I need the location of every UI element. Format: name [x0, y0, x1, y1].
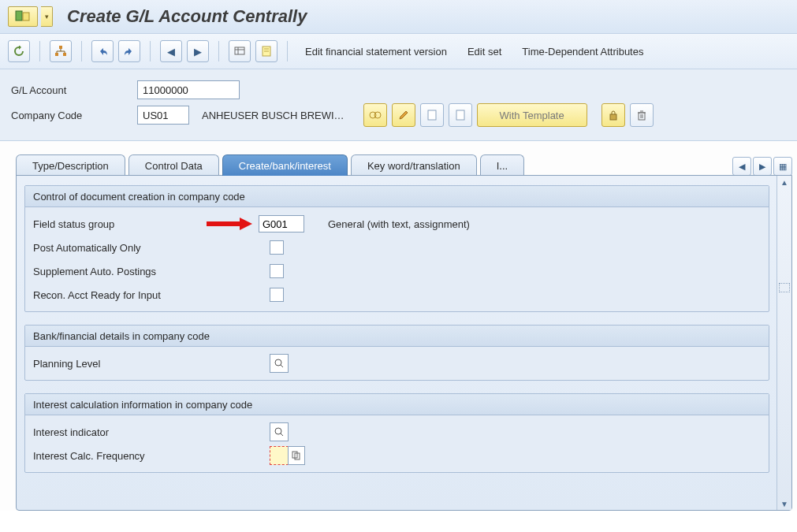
svg-rect-4	[63, 53, 66, 56]
with-template-label: With Template	[500, 110, 564, 121]
svg-point-12	[374, 112, 381, 118]
svg-rect-14	[456, 110, 464, 120]
interest-freq-label: Interest Calc. Frequency	[33, 450, 270, 462]
toolbar-document-icon[interactable]	[255, 40, 277, 62]
tab-type-description[interactable]: Type/Description	[16, 154, 125, 176]
toolbar-link-editset[interactable]: Edit set	[460, 46, 509, 58]
company-code-label: Company Code	[11, 110, 137, 121]
toolbar-refresh-icon[interactable]	[8, 40, 30, 62]
toolbar-link-timedep[interactable]: Time-Dependent Attributes	[514, 46, 651, 58]
interest-ind-search-icon[interactable]	[270, 422, 289, 441]
toolbar-display-icon[interactable]	[229, 40, 251, 62]
toolbar-hierarchy-icon[interactable]	[50, 40, 72, 62]
interest-freq-input[interactable]	[270, 446, 289, 465]
lock-button[interactable]	[601, 103, 625, 127]
post-auto-checkbox[interactable]	[270, 240, 284, 255]
planning-level-label: Planning Level	[33, 358, 270, 370]
tab-more[interactable]: I...	[480, 154, 524, 176]
post-auto-label: Post Automatically Only	[33, 242, 270, 254]
svg-rect-2	[59, 46, 62, 49]
toolbar-link-efsv[interactable]: Edit financial statement version	[297, 46, 455, 58]
field-status-desc: General (with text, assignment)	[328, 218, 470, 230]
svg-point-23	[275, 428, 281, 434]
planning-level-search-icon[interactable]	[270, 354, 289, 373]
scroll-down-icon[interactable]: ▼	[777, 497, 791, 510]
transaction-icon[interactable]	[8, 6, 38, 27]
field-status-label: Field status group	[33, 218, 114, 230]
group1-title: Control of document creation in company …	[25, 186, 769, 207]
display-button[interactable]	[363, 103, 387, 127]
interest-ind-label: Interest indicator	[33, 426, 270, 438]
page-title: Create G/L Account Centrally	[67, 6, 307, 27]
toolbar-redo-icon[interactable]	[118, 40, 140, 62]
svg-rect-5	[235, 47, 244, 54]
svg-line-22	[281, 365, 283, 367]
company-code-input[interactable]	[137, 106, 189, 125]
gl-account-input[interactable]	[137, 80, 240, 99]
svg-point-21	[275, 359, 281, 366]
tab-keyword-translation[interactable]: Key word/translation	[351, 154, 477, 176]
toolbar-next-icon[interactable]: ▶	[187, 40, 209, 62]
interest-freq-valuehelp-icon[interactable]	[288, 446, 305, 465]
svg-rect-1	[23, 13, 29, 20]
scroll-grip[interactable]	[779, 283, 790, 292]
toolbar-prev-icon[interactable]: ◀	[160, 40, 182, 62]
group2-title: Bank/financial details in company code	[25, 326, 769, 347]
svg-line-24	[281, 433, 283, 436]
svg-rect-13	[428, 110, 436, 120]
toolbar-undo-icon[interactable]	[91, 40, 114, 62]
supp-auto-label: Supplement Auto. Postings	[33, 266, 270, 277]
field-status-input[interactable]	[259, 215, 304, 233]
recon-checkbox[interactable]	[270, 288, 284, 302]
gl-account-label: G/L Account	[11, 84, 137, 96]
company-code-desc: ANHEUSER BUSCH BREWI…	[202, 110, 344, 121]
with-template-button[interactable]: With Template	[477, 103, 587, 127]
tab-scroll-right-icon[interactable]: ▶	[753, 157, 772, 176]
edit-button[interactable]	[392, 103, 415, 127]
tab-list-icon[interactable]: ▦	[773, 157, 792, 176]
tab-create-bank-interest[interactable]: Create/bank/interest	[222, 154, 348, 176]
copy-doc-button[interactable]	[449, 103, 472, 127]
transaction-dropdown-icon[interactable]: ▾	[41, 6, 53, 27]
group3-title: Interest calculation information in comp…	[25, 394, 769, 415]
new-doc-button[interactable]	[420, 103, 444, 127]
delete-button[interactable]	[630, 103, 654, 127]
tab-control-data[interactable]: Control Data	[128, 154, 219, 176]
svg-rect-16	[639, 113, 645, 120]
svg-rect-0	[16, 11, 22, 20]
tab-scroll-left-icon[interactable]: ◀	[732, 157, 751, 176]
recon-label: Recon. Acct Ready for Input	[33, 289, 270, 301]
panel-scrollbar[interactable]: ▲ ▼	[777, 176, 791, 510]
svg-rect-15	[610, 114, 616, 120]
annotation-arrow-icon	[207, 219, 252, 229]
svg-rect-3	[55, 53, 58, 56]
supp-auto-checkbox[interactable]	[270, 264, 284, 278]
scroll-up-icon[interactable]: ▲	[777, 176, 791, 188]
